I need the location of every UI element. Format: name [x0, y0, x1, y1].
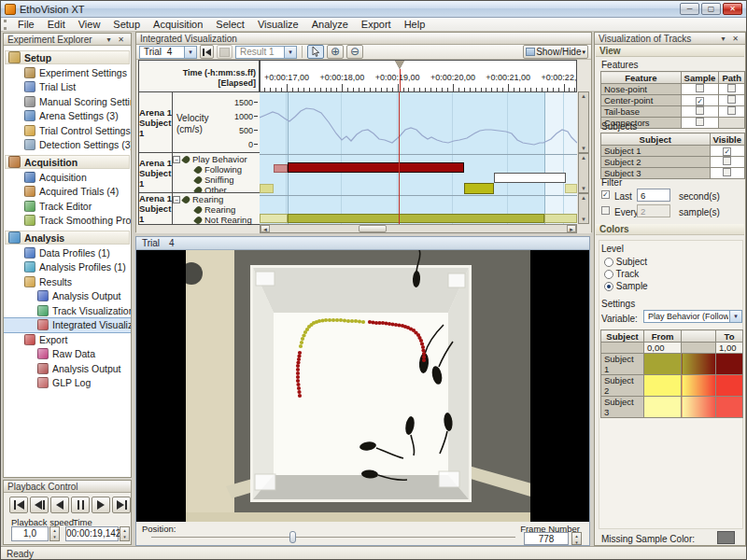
- tree-item-track-visualization[interactable]: Track Visualization: [4, 303, 131, 318]
- feature-path-cell[interactable]: [719, 106, 745, 118]
- sniffing-bar[interactable]: [494, 173, 566, 183]
- tree-item-analysis-output[interactable]: Analysis Output: [4, 289, 131, 304]
- section-header-setup[interactable]: Setup: [5, 50, 130, 64]
- from-color-cell[interactable]: [644, 354, 682, 375]
- filter-every-input[interactable]: 2: [637, 204, 670, 217]
- filter-every-checkbox[interactable]: [601, 206, 610, 215]
- tracks-panel-menu-icon[interactable]: ▾: [717, 34, 729, 44]
- time-cursor-marker[interactable]: [395, 61, 404, 69]
- radio-icon[interactable]: [604, 270, 613, 279]
- checkbox-unchecked[interactable]: [696, 106, 704, 115]
- scroll-left-icon[interactable]: ◄: [261, 225, 270, 232]
- time-spinner[interactable]: ▴▾: [120, 526, 130, 541]
- tracks-panel-close-icon[interactable]: ✕: [729, 34, 741, 44]
- radio-icon[interactable]: [604, 282, 613, 291]
- result-combobox[interactable]: Result 1 ▾: [235, 46, 297, 59]
- step-forward-button[interactable]: [112, 497, 131, 513]
- from-color-cell[interactable]: [644, 397, 682, 418]
- show-hide-button[interactable]: Show/Hide ▾: [523, 45, 588, 59]
- menu-item-analyze[interactable]: Analyze: [305, 19, 355, 30]
- from-color-cell[interactable]: [644, 375, 682, 397]
- feature-path-cell[interactable]: [719, 84, 745, 95]
- tree-item-acquired-trials[interactable]: Acquired Trials (4): [4, 185, 131, 200]
- level-option-sample[interactable]: Sample: [604, 281, 648, 291]
- to-color-cell[interactable]: [716, 354, 743, 375]
- play-behavior-scrollbar[interactable]: ▲▼: [578, 153, 589, 193]
- tree-item-data-profiles[interactable]: Data Profiles (1): [4, 245, 131, 260]
- tree-item-detection-settings[interactable]: Detection Settings (3): [4, 138, 131, 153]
- tree-item-analysis-profiles[interactable]: Analysis Profiles (1): [4, 260, 131, 275]
- restore-button[interactable]: ▢: [701, 3, 721, 15]
- behavior-item-row[interactable]: Following: [173, 164, 260, 175]
- menu-item-help[interactable]: Help: [398, 19, 432, 30]
- menu-item-visualize[interactable]: Visualize: [251, 19, 305, 30]
- checkbox-unchecked[interactable]: [723, 157, 731, 165]
- scroll-right-icon[interactable]: ►: [567, 225, 576, 232]
- timeline-ruler[interactable]: +0:00:17,00+0:00:18,00+0:00:19,00+0:00:2…: [260, 60, 577, 91]
- close-button[interactable]: ✕: [723, 3, 742, 15]
- tree-item-manual-scoring[interactable]: Manual Scoring Settings: [4, 94, 131, 109]
- checkbox-unchecked[interactable]: [696, 84, 704, 92]
- trial-combobox[interactable]: Trial 4 ▾: [139, 46, 197, 59]
- behavior-group-row[interactable]: −Rearing: [173, 194, 260, 204]
- menu-item-select[interactable]: Select: [209, 19, 251, 30]
- frame-number-spinner[interactable]: ▴▾: [571, 532, 582, 545]
- feature-sample-cell[interactable]: [681, 118, 719, 129]
- variable-combobox[interactable]: Play Behavior (Following) ▾: [643, 310, 742, 323]
- step-backward-button[interactable]: [30, 497, 49, 513]
- time-input[interactable]: 00:00:19,142: [65, 526, 119, 541]
- zoom-out-button[interactable]: ⊖: [346, 45, 363, 59]
- menu-item-acquisition[interactable]: Acquisition: [147, 19, 209, 30]
- feature-path-cell[interactable]: [719, 95, 745, 106]
- checkbox-unchecked[interactable]: [696, 118, 704, 126]
- behavior-item-row[interactable]: Not Rearing: [173, 215, 260, 225]
- panel-close-icon[interactable]: ✕: [115, 35, 127, 45]
- timeline-chart[interactable]: [260, 91, 577, 224]
- tree-item-raw-data[interactable]: Raw Data: [4, 347, 131, 362]
- menu-item-setup[interactable]: Setup: [106, 19, 147, 30]
- level-option-subject[interactable]: Subject: [604, 257, 647, 267]
- menu-item-view[interactable]: View: [72, 19, 107, 30]
- tree-item-track-smoothing[interactable]: Track Smoothing Profiles ...: [4, 214, 131, 229]
- checkbox-unchecked[interactable]: [727, 95, 736, 104]
- tree-item-results[interactable]: Results: [4, 274, 131, 289]
- range-value[interactable]: 0,00: [644, 343, 682, 354]
- tree-item-integrated-visualization[interactable]: Integrated Visualization: [4, 318, 131, 333]
- go-to-start-button[interactable]: [200, 45, 214, 59]
- subject-visible-cell[interactable]: ✓: [710, 146, 744, 157]
- zoom-in-button[interactable]: ⊕: [327, 45, 344, 59]
- play-forward-button[interactable]: [92, 497, 110, 513]
- scrollbar-thumb[interactable]: [359, 225, 387, 232]
- tree-item-track-editor[interactable]: Track Editor: [4, 199, 131, 214]
- following-bar[interactable]: [288, 162, 464, 173]
- other-bar[interactable]: [464, 183, 494, 194]
- level-option-track[interactable]: Track: [604, 269, 639, 279]
- section-header-acquisition[interactable]: Acquisition: [5, 155, 130, 169]
- tree-item-arena-settings[interactable]: Arena Settings (3): [4, 109, 131, 124]
- tree-item-trial-list[interactable]: Trial List: [4, 80, 131, 95]
- feature-sample-cell[interactable]: ✓: [681, 95, 719, 106]
- subject-visible-cell[interactable]: [710, 157, 744, 168]
- tree-item-analysis-output-export[interactable]: Analysis Output: [4, 361, 131, 376]
- other-bar-right[interactable]: [565, 184, 577, 193]
- position-slider-thumb[interactable]: [289, 531, 296, 543]
- velocity-scrollbar[interactable]: ▲▼: [578, 91, 589, 153]
- checkbox-checked[interactable]: ✓: [696, 97, 704, 105]
- feature-sample-cell[interactable]: [681, 106, 719, 118]
- filter-last-input[interactable]: 6: [637, 189, 670, 202]
- collapse-icon[interactable]: −: [173, 156, 180, 163]
- export-image-button[interactable]: [217, 45, 233, 59]
- collapse-icon[interactable]: −: [173, 196, 180, 203]
- result-combo-arrow-icon[interactable]: ▾: [284, 47, 296, 58]
- checkbox-unchecked[interactable]: [723, 168, 731, 176]
- menu-item-export[interactable]: Export: [355, 19, 398, 30]
- following-bar-light[interactable]: [274, 164, 288, 173]
- section-header-analysis[interactable]: Analysis: [5, 231, 130, 245]
- behavior-item-row[interactable]: Sniffing: [173, 175, 260, 185]
- not-rearing-left[interactable]: [260, 214, 288, 223]
- tree-item-export[interactable]: Export: [4, 332, 131, 347]
- panel-menu-icon[interactable]: ▾: [103, 35, 115, 45]
- other-bar-left[interactable]: [260, 184, 274, 193]
- behavior-item-row[interactable]: Rearing: [173, 204, 260, 215]
- tree-item-experiment-settings[interactable]: Experiment Settings: [4, 65, 131, 80]
